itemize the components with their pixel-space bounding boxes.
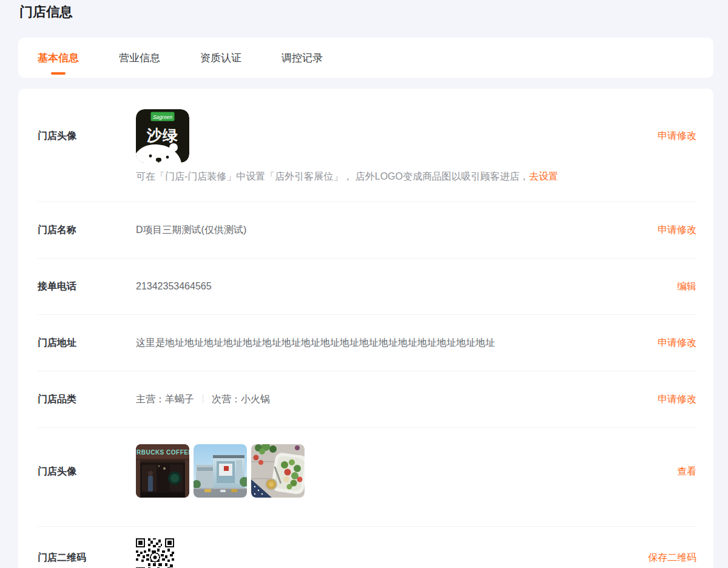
order-phone-value: 21342353464565 [136,280,212,293]
photos-view-link[interactable]: 查看 [677,465,696,478]
tab-basic-info[interactable]: 基本信息 [38,38,79,78]
store-qrcode-image[interactable] [136,538,174,568]
avatar-hint-text: 可在「门店-门店装修」中设置「店外引客展位」， 店外LOGO变成商品图以吸引顾客… [136,170,558,183]
address-apply-modify-link[interactable]: 申请修改 [658,336,696,350]
store-photos-label: 门店头像 [38,465,136,478]
row-store-photos: 门店头像 RBUCKS COFFEE [38,428,696,527]
go-setup-link[interactable]: 去设置 [529,171,558,181]
avatar-apply-modify-link[interactable]: 申请修改 [658,129,696,143]
tab-business-info[interactable]: 营业信息 [119,38,160,78]
store-category-label: 门店品类 [38,393,136,406]
store-name-label: 门店名称 [38,223,136,237]
order-phone-label: 接单电话 [38,280,136,293]
row-order-phone: 接单电话 21342353464565 编辑 [38,259,696,315]
category-main: 主营：羊蝎子 [136,394,194,404]
category-separator [203,394,203,403]
store-photo-strip: RBUCKS COFFEE [136,444,305,498]
name-apply-modify-link[interactable]: 申请修改 [658,223,696,237]
store-avatar-label: 门店头像 [38,129,136,143]
mall-exterior-photo[interactable] [194,444,247,498]
row-store-category: 门店品类 主营：羊蝎子次营：小火锅 申请修改 [38,371,696,428]
category-sub: 次营：小火锅 [212,394,270,404]
page-title: 门店信息 [19,3,73,21]
tab-regulation-records[interactable]: 调控记录 [281,38,323,78]
store-address-label: 门店地址 [38,336,136,350]
salad-dish-photo[interactable] [251,444,305,498]
row-store-qrcode: 门店二维码 [38,527,696,568]
avatar-hint-body: 可在「门店-门店装修」中设置「店外引客展位」， 店外LOGO变成商品图以吸引顾客… [136,171,529,181]
phone-edit-link[interactable]: 编辑 [677,280,696,293]
category-apply-modify-link[interactable]: 申请修改 [658,393,696,406]
store-info-card: 门店头像 Sagreen 沙绿 [18,89,713,568]
store-logo-image[interactable]: Sagreen 沙绿 [136,109,189,163]
store-address-value: 这里是地址地址地址地址地址地址地址地址地址地址地址地址地址地址地址地址地址 [136,336,495,350]
store-name-value: D项目三期测试(仅供测试) [136,223,246,237]
logo-badge-text: Sagreen [153,114,172,120]
tab-qualification[interactable]: 资质认证 [200,38,241,78]
row-store-avatar: 门店头像 Sagreen 沙绿 [38,89,696,202]
store-qrcode-label: 门店二维码 [38,551,136,564]
save-qrcode-link[interactable]: 保存二维码 [648,551,696,564]
tab-bar: 基本信息 营业信息 资质认证 调控记录 [18,38,713,78]
store-category-value: 主营：羊蝎子次营：小火锅 [136,393,270,406]
row-store-address: 门店地址 这里是地址地址地址地址地址地址地址地址地址地址地址地址地址地址地址地址… [38,315,696,371]
starbucks-storefront-photo[interactable]: RBUCKS COFFEE [136,444,189,498]
row-store-name: 门店名称 D项目三期测试(仅供测试) 申请修改 [38,202,696,259]
logo-name-text: 沙绿 [146,127,178,144]
svg-text:RBUCKS COFFEE: RBUCKS COFFEE [136,449,189,456]
